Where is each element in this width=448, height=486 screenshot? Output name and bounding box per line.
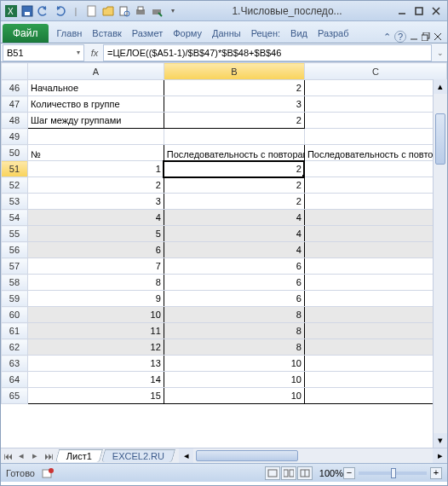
name-box-dropdown-icon[interactable]: ▾ [77,49,80,56]
minimize-icon[interactable] [394,5,410,17]
zoom-level[interactable]: 100% [319,468,343,478]
cell[interactable]: 4 [304,242,446,258]
cell[interactable]: 6 [164,258,304,275]
cell[interactable] [164,129,304,145]
zoom-slider[interactable] [359,472,427,475]
cell[interactable]: 6 [164,275,304,291]
cell[interactable]: 8 [27,275,164,291]
cell[interactable]: 4 [164,226,304,242]
cell[interactable]: 5 [27,226,164,242]
col-header-b[interactable]: B [164,63,304,80]
tab-view[interactable]: Вид [285,24,313,43]
cell[interactable] [27,129,164,145]
cell[interactable]: 2 [164,80,304,96]
close-icon[interactable] [428,5,444,17]
maximize-icon[interactable] [411,5,427,17]
formula-expand-icon[interactable]: ⌄ [434,49,447,57]
tab-data[interactable]: Данны [207,24,246,43]
select-all-corner[interactable] [2,63,28,80]
cell[interactable]: № [27,145,164,161]
row-header[interactable]: 59 [2,291,28,307]
cell[interactable]: Начальное [27,80,164,96]
cell[interactable]: Количество в группе [27,96,164,113]
cell[interactable]: 8 [164,323,304,339]
tab-layout[interactable]: Размет [127,24,168,43]
cell[interactable]: 8 [164,307,304,323]
cell[interactable]: 2 [164,113,304,129]
tab-nav-next-icon[interactable]: ▸ [28,450,42,461]
row-header[interactable]: 54 [2,210,28,226]
cell[interactable]: 4 [304,210,446,226]
cell[interactable]: 4 [164,242,304,258]
new-icon[interactable] [85,4,99,18]
doc-close-icon[interactable] [434,32,442,41]
cell[interactable]: 8 [304,323,446,339]
row-header[interactable]: 53 [2,194,28,210]
cell[interactable]: 6 [304,291,446,307]
view-page-break-icon[interactable] [297,466,313,480]
cell[interactable]: 8 [304,307,446,323]
cell[interactable]: 10 [164,372,304,388]
row-header[interactable]: 58 [2,275,28,291]
cell[interactable]: 3 [27,194,164,210]
cell[interactable] [304,113,446,129]
row-header[interactable]: 49 [2,129,28,145]
cell[interactable]: 4 [304,226,446,242]
cell[interactable]: 1 [27,161,164,177]
cell[interactable]: 15 [27,388,164,404]
sheet-tab-inactive[interactable]: EXCEL2.RU [101,449,175,462]
name-box[interactable]: B51 ▾ [3,44,84,61]
hscroll-thumb[interactable] [196,450,298,461]
tab-nav-last-icon[interactable]: ⏭ [42,451,55,461]
col-header-c[interactable]: C [304,63,446,80]
row-header[interactable]: 61 [2,323,28,339]
cell[interactable]: 2 [304,194,446,210]
row-header[interactable]: 65 [2,388,28,404]
cell[interactable]: 2 [304,161,446,177]
print-icon[interactable] [134,4,147,18]
quick-print-icon[interactable] [150,4,164,18]
cell[interactable]: 10 [164,356,304,372]
cell[interactable] [304,96,446,113]
horizontal-scrollbar[interactable]: ◂ ▸ [179,448,447,463]
row-header[interactable]: 60 [2,307,28,323]
cell[interactable]: 10 [27,307,164,323]
cell[interactable]: 8 [164,339,304,356]
cell[interactable]: 6 [27,242,164,258]
row-header[interactable]: 46 [2,80,28,96]
doc-restore-icon[interactable] [422,32,430,41]
cell[interactable]: 2 [164,194,304,210]
fx-icon[interactable]: fx [86,48,103,58]
cell[interactable]: 2 [164,177,304,194]
row-header[interactable]: 52 [2,177,28,194]
col-header-a[interactable]: A [27,63,164,80]
row-header[interactable]: 63 [2,356,28,372]
tab-insert[interactable]: Вставк [87,24,127,43]
cell[interactable] [304,80,446,96]
cell[interactable]: 10 [304,356,446,372]
cell[interactable]: 14 [27,372,164,388]
row-header[interactable]: 50 [2,145,28,161]
cell[interactable]: 4 [164,210,304,226]
cell[interactable]: 6 [304,258,446,275]
cell[interactable]: Шаг между группами [27,113,164,129]
cell[interactable]: 9 [27,291,164,307]
cell[interactable]: 3 [164,96,304,113]
formula-input[interactable]: =ЦЕЛОЕ(($A51-1)/$B$47)*$B$48+$B$46 [103,44,432,61]
fill-handle[interactable] [302,175,305,177]
cell[interactable]: 2 [304,177,446,194]
file-tab[interactable]: Файл [3,24,49,43]
save-icon[interactable] [20,4,34,18]
scroll-left-icon[interactable]: ◂ [179,448,193,463]
cell[interactable]: 13 [27,356,164,372]
scroll-up-icon[interactable]: ▴ [434,79,447,94]
excel-icon[interactable]: X [4,4,18,18]
row-header[interactable]: 57 [2,258,28,275]
zoom-knob[interactable] [391,468,396,478]
cell[interactable]: 8 [304,339,446,356]
view-normal-icon[interactable] [265,466,280,480]
cell[interactable]: 10 [164,388,304,404]
row-header[interactable]: 47 [2,96,28,113]
scroll-right-icon[interactable]: ▸ [433,448,447,463]
tab-formulas[interactable]: Форму [168,24,207,43]
